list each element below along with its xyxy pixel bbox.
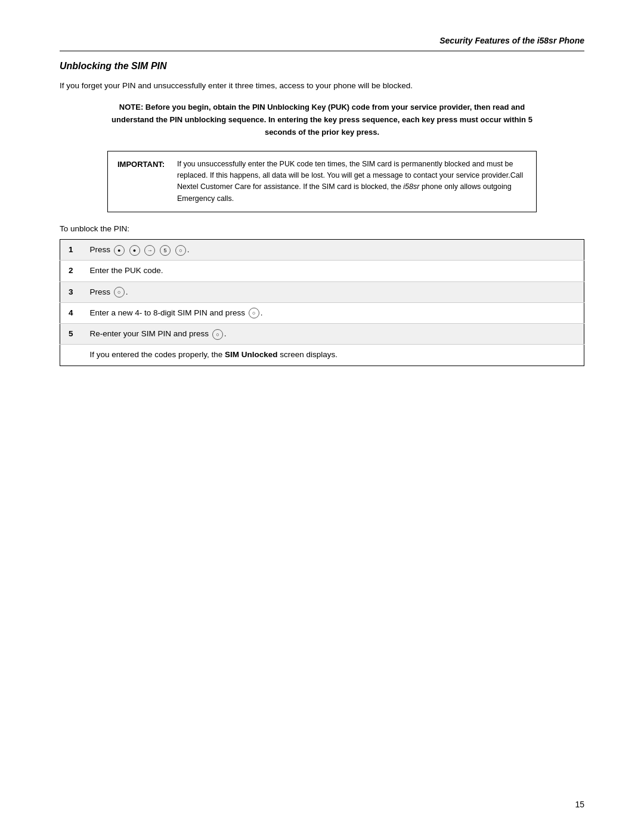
step-content-2: Enter the PUK code. xyxy=(82,261,584,281)
button-icon-5: 5 xyxy=(160,245,171,256)
button-icon-cancel3: ○ xyxy=(249,308,259,318)
step-content-5: Re-enter your SIM PIN and press ○. xyxy=(82,324,584,345)
note-text: NOTE: Before you begin, obtain the PIN U… xyxy=(112,103,532,137)
header-title: Security Features of the i58sr Phone xyxy=(439,36,584,45)
page-container: Security Features of the i58sr Phone Unb… xyxy=(0,0,644,833)
step-num-1: 1 xyxy=(60,240,82,261)
header-section: Security Features of the i58sr Phone xyxy=(60,36,584,46)
button-icon-cancel2: ○ xyxy=(114,287,125,298)
intro-text: If you forget your PIN and unsuccessfull… xyxy=(60,80,584,92)
table-row: 1 Press ● ● → 5 ○. xyxy=(60,240,584,261)
button-icon-menu3: → xyxy=(144,245,155,256)
step-num-3: 3 xyxy=(60,281,82,302)
table-row: 2 Enter the PUK code. xyxy=(60,261,584,281)
table-row: 5 Re-enter your SIM PIN and press ○. xyxy=(60,324,584,345)
step-content-4: Enter a new 4- to 8-digit SIM PIN and pr… xyxy=(82,302,584,323)
table-row: If you entered the codes properly, the S… xyxy=(60,345,584,366)
button-icon-cancel4: ○ xyxy=(212,329,223,340)
important-text: If you unsuccessfully enter the PUK code… xyxy=(177,159,527,205)
note-block: NOTE: Before you begin, obtain the PIN U… xyxy=(107,101,537,138)
table-row: 3 Press ○. xyxy=(60,281,584,302)
header-line xyxy=(60,51,584,51)
important-box: IMPORTANT: If you unsuccessfully enter t… xyxy=(107,151,537,213)
step-num-blank xyxy=(60,345,82,366)
important-label: IMPORTANT: xyxy=(117,159,177,169)
button-icon-cancel1: ○ xyxy=(175,245,186,256)
step-content-final: If you entered the codes properly, the S… xyxy=(82,345,584,366)
button-icon-menu2: ● xyxy=(129,245,140,256)
page-number: 15 xyxy=(575,800,584,809)
step-num-4: 4 xyxy=(60,302,82,323)
step-num-2: 2 xyxy=(60,261,82,281)
button-icon-menu: ● xyxy=(114,245,125,256)
step-content-3: Press ○. xyxy=(82,281,584,302)
to-unblock-label: To unblock the PIN: xyxy=(60,224,584,233)
steps-table: 1 Press ● ● → 5 ○. 2 Enter the PUK code.… xyxy=(60,239,584,366)
step-content-1: Press ● ● → 5 ○. xyxy=(82,240,584,261)
table-row: 4 Enter a new 4- to 8-digit SIM PIN and … xyxy=(60,302,584,323)
step-num-5: 5 xyxy=(60,324,82,345)
section-title: Unblocking the SIM PIN xyxy=(60,61,584,72)
